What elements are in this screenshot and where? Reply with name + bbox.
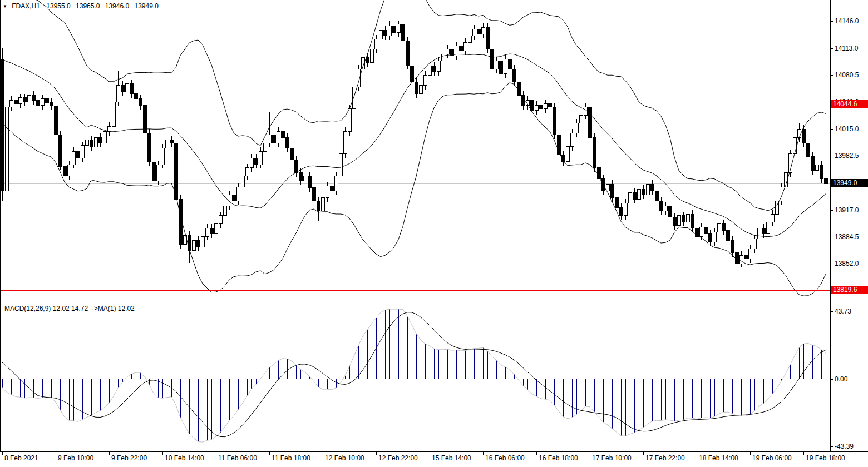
time-axis-label: 8 Feb 2021 bbox=[4, 454, 38, 462]
time-axis-label: 19 Feb 18:00 bbox=[806, 454, 845, 462]
time-axis-label: 16 Feb 06:00 bbox=[485, 454, 525, 462]
time-axis-label: 16 Feb 18:00 bbox=[539, 454, 578, 462]
price-axis-label: 13917.0 bbox=[835, 206, 859, 214]
time-axis-label: 9 Feb 22:00 bbox=[111, 454, 147, 462]
bollinger-upper-line bbox=[2, 0, 826, 211]
candles-layer bbox=[1, 21, 828, 289]
time-axis-label: 10 Feb 14:00 bbox=[165, 454, 204, 462]
bollinger-lower-line bbox=[2, 83, 826, 296]
trading-chart-window: ▼ FDAX,H1 13955.0 13965.0 13946.0 13949.… bbox=[0, 0, 868, 467]
macd-axis-label: -43.39 bbox=[835, 443, 854, 450]
macd-main-line bbox=[2, 309, 826, 442]
quote-open: 13955.0 bbox=[46, 2, 70, 10]
quote-high: 13965.0 bbox=[76, 2, 100, 10]
resistance-line-badge: 14044.6 bbox=[831, 100, 868, 108]
symbol-info: ▼ FDAX,H1 13955.0 13965.0 13946.0 13949.… bbox=[3, 2, 162, 10]
support-line-badge: 13819.6 bbox=[831, 286, 868, 294]
time-axis-label: 11 Feb 06:00 bbox=[218, 454, 257, 462]
time-axis-label: 11 Feb 18:00 bbox=[272, 454, 310, 462]
time-axis-label: 15 Feb 14:00 bbox=[432, 454, 471, 462]
current-price-line-badge: 13949.0 bbox=[831, 179, 868, 187]
price-panel[interactable] bbox=[0, 0, 830, 296]
macd-signal-line bbox=[2, 312, 826, 437]
price-axis-label: 14080.5 bbox=[835, 71, 859, 79]
time-axis-label: 9 Feb 10:00 bbox=[58, 454, 93, 462]
price-axis-label: 14146.0 bbox=[835, 17, 859, 25]
time-axis-label: 18 Feb 14:00 bbox=[699, 454, 738, 462]
quote-close: 13949.0 bbox=[135, 2, 159, 10]
time-axis-label: 12 Feb 10:00 bbox=[325, 454, 364, 462]
price-axis-label: 13852.0 bbox=[835, 260, 859, 267]
quote-low: 13946.0 bbox=[105, 2, 129, 10]
price-axis[interactable]: 14146.014113.014080.514048.014015.013982… bbox=[831, 0, 868, 451]
time-axis-label: 17 Feb 22:00 bbox=[645, 454, 685, 462]
time-axis-label: 17 Feb 10:00 bbox=[592, 454, 632, 462]
macd-axis-label: 43.73 bbox=[835, 307, 851, 315]
symbol-dropdown-icon: ▼ bbox=[3, 4, 7, 9]
time-axis-label: 19 Feb 06:00 bbox=[752, 454, 792, 462]
macd-panel[interactable] bbox=[2, 309, 826, 442]
macd-indicator-label: MACD(12,26,9) 12.02 14.72 ->MA(1) 12.02 bbox=[4, 305, 135, 312]
price-axis-label: 14113.0 bbox=[835, 44, 859, 52]
time-axis[interactable]: 8 Feb 20219 Feb 10:009 Feb 22:0010 Feb 1… bbox=[0, 453, 868, 467]
time-axis-label: 12 Feb 22:00 bbox=[378, 454, 418, 462]
chart-canvas[interactable] bbox=[0, 0, 868, 467]
symbol-name: FDAX,H1 bbox=[12, 2, 40, 10]
macd-axis-label: 0.00 bbox=[835, 375, 847, 383]
price-axis-label: 13884.5 bbox=[835, 233, 859, 241]
price-axis-label: 14015.0 bbox=[835, 125, 859, 133]
price-axis-label: 13982.5 bbox=[835, 152, 859, 160]
